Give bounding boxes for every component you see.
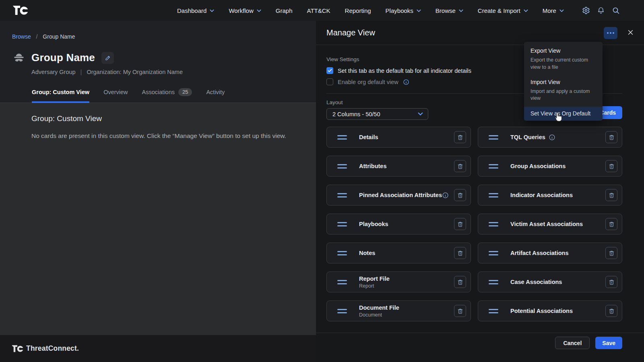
- menu-item-import-view[interactable]: Import View Import and apply a custom vi…: [524, 76, 603, 107]
- card-title: Report File: [359, 275, 390, 282]
- drag-handle-icon[interactable]: [489, 135, 498, 140]
- nav-label: Dashboard: [177, 7, 206, 14]
- checkbox-unchecked-icon[interactable]: [326, 78, 333, 85]
- top-navigation-bar: Dashboard Workflow Graph ATT&CK Reportin…: [0, 0, 644, 21]
- remove-card-button[interactable]: [605, 160, 617, 172]
- trash-icon: [608, 308, 615, 315]
- remove-card-button[interactable]: [454, 247, 466, 259]
- chevron-down-icon: [257, 9, 261, 12]
- card-info-icon[interactable]: [549, 134, 555, 141]
- tab-group-custom-view[interactable]: Group: Custom View: [32, 88, 89, 103]
- drag-handle-icon[interactable]: [489, 309, 498, 313]
- drag-handle-icon[interactable]: [489, 222, 498, 226]
- remove-card-button[interactable]: [605, 247, 617, 259]
- trash-icon: [608, 192, 615, 199]
- search-icon[interactable]: [612, 6, 620, 14]
- remove-card-button[interactable]: [454, 218, 466, 230]
- card-attributes: Attributes: [326, 156, 471, 177]
- pencil-icon: [105, 55, 111, 61]
- remove-card-button[interactable]: [605, 131, 617, 143]
- drag-handle-icon[interactable]: [489, 251, 498, 255]
- default-tab-checkbox-label: Set this tab as the default tab for all …: [338, 68, 471, 74]
- nav-label: More: [543, 7, 556, 14]
- drag-handle-icon[interactable]: [337, 193, 347, 197]
- menu-item-export-view[interactable]: Export View Export the current custom vi…: [524, 44, 603, 76]
- card-potential-associations: Potential Associations: [478, 300, 622, 321]
- remove-card-button[interactable]: [454, 131, 466, 143]
- drag-handle-icon[interactable]: [337, 280, 347, 284]
- threatconnect-logo-icon[interactable]: [12, 4, 28, 17]
- breadcrumb-current: Group Name: [43, 33, 75, 40]
- group-header: Browse / Group Name Group Name Adversary…: [0, 21, 316, 103]
- custom-view-tab-content: Group: Custom View No cards are present …: [0, 103, 316, 335]
- close-panel-button[interactable]: [626, 29, 634, 37]
- chevron-down-icon: [524, 9, 528, 12]
- breadcrumb: Browse / Group Name: [12, 33, 75, 40]
- tab-activity[interactable]: Activity: [206, 88, 225, 103]
- card-info-icon[interactable]: [442, 192, 449, 199]
- trash-icon: [608, 250, 615, 257]
- tab-associations[interactable]: Associations 25: [142, 88, 192, 103]
- menu-item-description: Import and apply a custom view: [530, 88, 596, 103]
- remove-card-button[interactable]: [454, 189, 466, 201]
- nav-item-workflow[interactable]: Workflow: [229, 7, 261, 14]
- settings-gear-icon[interactable]: [582, 6, 590, 14]
- card-case-associations: Case Associations: [478, 272, 622, 292]
- menu-item-label: Import View: [530, 79, 596, 85]
- more-options-button[interactable]: [604, 27, 617, 39]
- card-artifact-associations: Artifact Associations: [478, 243, 622, 263]
- card-title: Case Associations: [510, 278, 562, 286]
- nav-item-create-import[interactable]: Create & Import: [478, 7, 528, 14]
- card-title: Attributes: [359, 162, 386, 170]
- card-title: Details: [359, 134, 378, 141]
- cancel-button[interactable]: Cancel: [555, 337, 590, 349]
- drag-handle-icon[interactable]: [337, 251, 347, 255]
- nav-label: Browse: [436, 7, 456, 14]
- save-button[interactable]: Save: [595, 337, 622, 349]
- drag-handle-icon[interactable]: [337, 222, 347, 226]
- edit-group-name-button[interactable]: [101, 52, 114, 64]
- app-window: Dashboard Workflow Graph ATT&CK Reportin…: [0, 0, 644, 362]
- drag-handle-icon[interactable]: [489, 164, 498, 169]
- custom-view-heading: Group: Custom View: [31, 114, 316, 123]
- nav-item-reporting[interactable]: Reporting: [345, 7, 371, 14]
- remove-card-button[interactable]: [605, 218, 617, 230]
- nav-label: Reporting: [345, 7, 371, 14]
- chevron-down-icon: [559, 9, 564, 12]
- notifications-bell-icon[interactable]: [597, 6, 605, 14]
- org-default-info-icon[interactable]: [403, 79, 409, 85]
- remove-card-button[interactable]: [605, 276, 617, 288]
- drag-handle-icon[interactable]: [337, 135, 347, 140]
- chevron-down-icon: [210, 9, 214, 12]
- card-title: Artifact Associations: [510, 249, 569, 257]
- remove-card-button[interactable]: [454, 160, 466, 172]
- nav-item-graph[interactable]: Graph: [276, 7, 293, 14]
- drag-handle-icon[interactable]: [489, 280, 498, 284]
- view-cards-grid: Details Attributes Pinned Association At…: [326, 127, 622, 321]
- menu-item-set-view-as-org-default[interactable]: Set View as Org Default: [524, 107, 603, 121]
- drag-handle-icon[interactable]: [337, 309, 347, 313]
- checkbox-checked-icon[interactable]: [326, 67, 333, 74]
- remove-card-button[interactable]: [605, 189, 617, 201]
- close-icon: [627, 29, 634, 36]
- nav-item-browse[interactable]: Browse: [436, 7, 463, 14]
- remove-card-button[interactable]: [454, 305, 466, 317]
- manage-view-panel: Manage View View Settings Set this tab a…: [316, 21, 644, 362]
- layout-select[interactable]: 2 Columns - 50/50: [326, 108, 428, 120]
- nav-item-playbooks[interactable]: Playbooks: [386, 7, 421, 14]
- tab-overview[interactable]: Overview: [103, 88, 128, 103]
- nav-label: ATT&CK: [307, 7, 330, 14]
- drag-handle-icon[interactable]: [337, 164, 347, 169]
- page-title: Group Name: [31, 51, 95, 64]
- nav-item-more[interactable]: More: [543, 7, 564, 14]
- trash-icon: [457, 134, 464, 141]
- drag-handle-icon[interactable]: [489, 193, 498, 197]
- card-tql-queries: TQL Queries: [478, 127, 622, 148]
- remove-card-button[interactable]: [605, 305, 617, 317]
- card-title: TQL Queries: [510, 134, 545, 141]
- nav-item-attack[interactable]: ATT&CK: [307, 7, 330, 14]
- remove-card-button[interactable]: [454, 276, 466, 288]
- card-group-associations: Group Associations: [478, 156, 622, 177]
- nav-item-dashboard[interactable]: Dashboard: [177, 7, 214, 14]
- breadcrumb-browse-link[interactable]: Browse: [12, 33, 31, 40]
